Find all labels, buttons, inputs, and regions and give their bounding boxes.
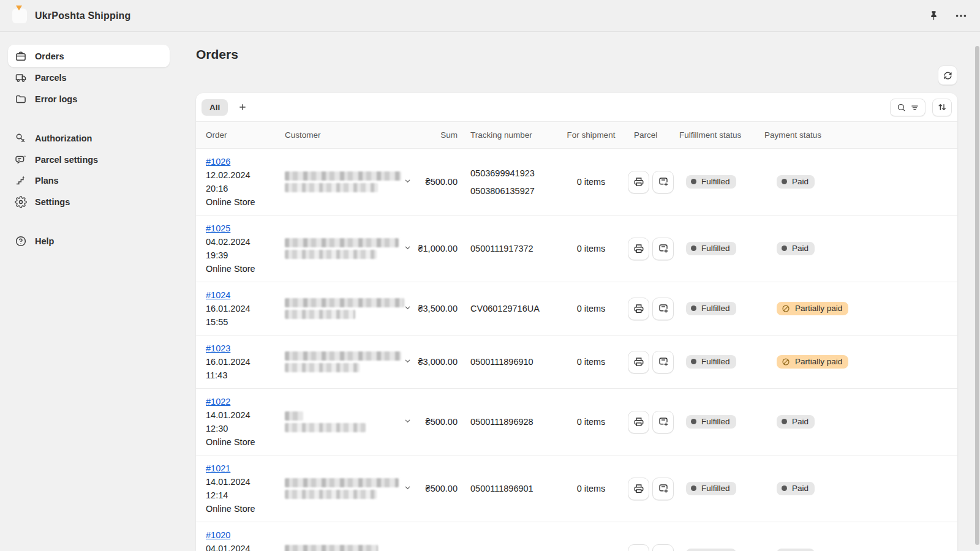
create-parcel-button[interactable] <box>652 544 674 551</box>
tracking-numbers: 0500111917372 <box>462 244 557 253</box>
fulfillment-status-label: Fulfilled <box>701 304 730 313</box>
column-header-tracking-number: Tracking number <box>462 130 557 140</box>
payment-status-label: Paid <box>792 244 809 253</box>
fulfillment-status-badge: Fulfilled <box>686 242 736 255</box>
table-header-row: Order Customer Sum Tracking number For s… <box>196 121 957 149</box>
order-link[interactable]: #1025 <box>206 223 230 233</box>
parcel-cell <box>625 238 674 260</box>
create-parcel-button[interactable] <box>652 298 674 320</box>
sidebar-item-parcel-settings[interactable]: Parcel settings <box>8 149 170 171</box>
payment-cell: Paid <box>760 549 957 551</box>
refresh-button[interactable] <box>938 66 957 85</box>
order-link[interactable]: #1020 <box>206 530 230 540</box>
sidebar: Orders Parcels Error logs <box>0 32 179 551</box>
payment-status-label: Partially paid <box>795 357 842 366</box>
app-title: UkrPoshta Shipping <box>35 10 131 21</box>
fulfillment-status-badge: Fulfilled <box>686 355 736 369</box>
sum-cell: ₴500.00 <box>417 484 462 493</box>
printer-icon <box>633 176 644 187</box>
sidebar-item-settings[interactable]: Settings <box>8 192 170 213</box>
sidebar-item-orders[interactable]: Orders <box>8 45 170 67</box>
search-filter-button[interactable] <box>890 99 925 116</box>
for-shipment-cell: 0 items <box>557 357 625 367</box>
paid-dot-icon <box>782 179 787 184</box>
parcel-cell <box>625 171 674 193</box>
vertical-scrollbar[interactable] <box>975 46 979 545</box>
order-link[interactable]: #1024 <box>206 290 230 300</box>
print-parcel-button[interactable] <box>628 351 649 373</box>
overflow-menu-icon[interactable] <box>954 9 968 23</box>
chevron-down-icon[interactable] <box>404 357 412 365</box>
paid-dot-icon <box>782 485 787 491</box>
order-link[interactable]: #1022 <box>206 397 230 407</box>
payment-status-badge: Partially paid <box>777 302 848 315</box>
column-header-fulfillment-status: Fulfillment status <box>674 130 760 140</box>
table-row: #1026 12.02.2024 20:16 Online Store ₴500… <box>196 149 957 216</box>
print-parcel-button[interactable] <box>628 411 649 433</box>
fulfillment-cell: Fulfilled <box>674 175 760 189</box>
chat-settings-icon <box>15 154 27 166</box>
create-parcel-button[interactable] <box>652 238 674 260</box>
order-link[interactable]: #1026 <box>206 157 230 167</box>
create-parcel-button[interactable] <box>652 171 674 193</box>
payment-status-label: Paid <box>792 417 809 426</box>
orders-card: All <box>196 93 957 551</box>
order-cell: #1022 14.01.2024 12:30 Online Store <box>196 389 276 455</box>
page-title: Orders <box>196 47 238 62</box>
order-cell: #1020 04.01.2024 15:26 Online Store <box>196 522 276 551</box>
table-row: #1022 14.01.2024 12:30 Online Store ₴500… <box>196 389 957 455</box>
chevron-down-icon[interactable] <box>404 304 412 312</box>
orders-box-icon <box>15 50 27 62</box>
chevron-down-icon[interactable] <box>404 244 412 252</box>
chevron-down-icon[interactable] <box>404 484 412 492</box>
print-parcel-button[interactable] <box>628 171 649 193</box>
paid-dot-icon <box>782 246 787 251</box>
order-link[interactable]: #1021 <box>206 463 230 473</box>
fulfillment-cell: Fulfilled <box>674 302 760 315</box>
sidebar-item-error-logs[interactable]: Error logs <box>8 89 170 110</box>
sidebar-item-help[interactable]: Help <box>8 231 170 252</box>
payment-cell: Paid <box>760 175 957 189</box>
sidebar-item-label: Help <box>35 236 54 246</box>
fulfillment-cell: Fulfilled <box>674 415 760 429</box>
for-shipment-cell: 0 items <box>557 417 625 427</box>
fulfillment-cell: Fulfilled <box>674 549 760 551</box>
parcel-cell <box>625 478 674 500</box>
print-parcel-button[interactable] <box>628 544 649 551</box>
order-date: 04.02.2024 19:39 <box>206 235 272 262</box>
tracking-number: 0500111917372 <box>470 244 557 253</box>
sum-cell: ₴500.00 <box>417 417 462 427</box>
chevron-down-icon[interactable] <box>404 177 412 185</box>
order-link[interactable]: #1023 <box>206 343 230 353</box>
help-circle-icon <box>15 235 27 247</box>
fulfilled-dot-icon <box>691 359 696 364</box>
customer-redacted-line <box>285 423 366 432</box>
create-parcel-button[interactable] <box>652 351 674 373</box>
pushpin-icon[interactable] <box>928 10 940 21</box>
sidebar-item-plans[interactable]: Plans <box>8 170 170 192</box>
add-label-icon <box>658 483 669 494</box>
sum-cell: ₴500.00 <box>417 177 462 187</box>
column-header-for-shipment: For shipment <box>557 130 625 140</box>
customer-redacted-line <box>285 171 401 181</box>
create-parcel-button[interactable] <box>652 411 674 433</box>
payment-status-badge: Paid <box>777 482 815 495</box>
sidebar-item-label: Plans <box>35 176 59 186</box>
chevron-down-icon[interactable] <box>404 417 412 425</box>
tracking-number: 0503806135927 <box>470 186 557 196</box>
truck-icon <box>15 72 27 84</box>
fulfilled-dot-icon <box>691 419 696 424</box>
paid-dot-icon <box>782 419 787 424</box>
print-parcel-button[interactable] <box>628 478 649 500</box>
print-parcel-button[interactable] <box>628 298 649 320</box>
sort-button[interactable] <box>932 99 952 116</box>
sidebar-item-authorization[interactable]: Authorization <box>8 128 170 149</box>
order-channel: Online Store <box>206 435 272 449</box>
create-parcel-button[interactable] <box>652 478 674 500</box>
payment-status-badge: Paid <box>777 242 815 255</box>
add-view-button[interactable] <box>234 99 251 116</box>
sidebar-item-parcels[interactable]: Parcels <box>8 67 170 89</box>
print-parcel-button[interactable] <box>628 238 649 260</box>
add-label-icon <box>658 416 669 427</box>
tab-all[interactable]: All <box>202 99 228 116</box>
